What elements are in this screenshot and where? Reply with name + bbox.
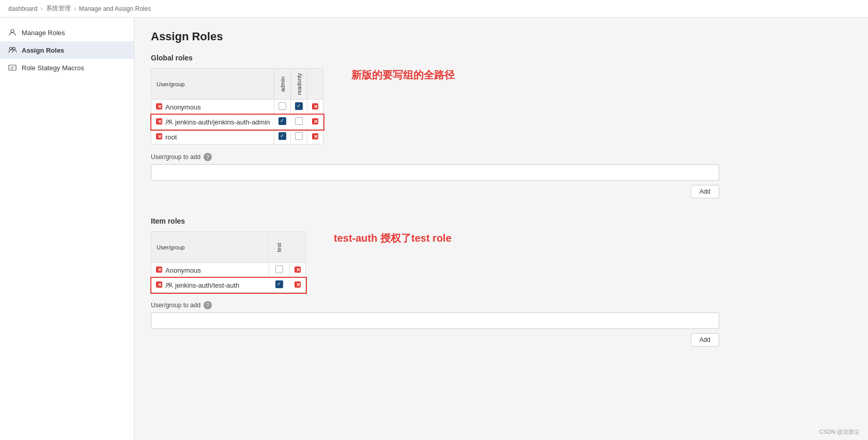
- item-add-user-section: User/group to add ? Add: [151, 301, 851, 347]
- global-roles-table-wrapper: User/group admin readonly: [151, 68, 323, 145]
- item-cell-user-anonymous: ✕ Anonymous: [151, 263, 269, 278]
- global-add-user-section: User/group to add ? Add: [151, 153, 851, 198]
- global-cell-user-root: ✕ root: [151, 130, 274, 145]
- item-add-user-label-row: User/group to add ?: [151, 301, 851, 309]
- global-col-readonly: readonly: [291, 69, 307, 100]
- global-roles-section: Global roles User/group admin readonly: [151, 54, 851, 198]
- svg-text:✕: ✕: [313, 119, 317, 124]
- root-label-global: root: [165, 133, 177, 141]
- item-add-user-label-text: User/group to add: [151, 302, 200, 309]
- svg-point-1: [10, 48, 12, 50]
- delete-icon-jenkins-global-2[interactable]: ✕: [312, 119, 319, 127]
- breadcrumb-item-current: Manage and Assign Roles: [79, 5, 151, 12]
- anonymous-label-item: Anonymous: [165, 266, 201, 274]
- breadcrumb: dashboard › 系统管理 › Manage and Assign Rol…: [0, 0, 868, 18]
- breadcrumb-item-system[interactable]: 系统管理: [46, 4, 71, 13]
- sidebar-label-manage-roles: Manage Roles: [22, 29, 65, 37]
- checkbox-root-admin[interactable]: [278, 132, 286, 140]
- item-roles-section: Item roles User/group test: [151, 217, 851, 347]
- breadcrumb-sep-2: ›: [74, 5, 76, 12]
- svg-point-24: [166, 283, 168, 285]
- checkbox-item-anonymous-test[interactable]: [275, 265, 283, 273]
- macro-icon: [8, 64, 17, 72]
- item-col-test: test: [269, 232, 289, 263]
- item-testauth-test-check[interactable]: [269, 278, 289, 293]
- roles-icon: [8, 28, 17, 37]
- svg-text:✕: ✕: [314, 134, 318, 139]
- svg-text:✕: ✕: [296, 282, 300, 288]
- main-content: Assign Roles Global roles User/group adm…: [134, 18, 868, 440]
- checkbox-item-testauth-test[interactable]: [275, 280, 283, 288]
- global-add-user-label-row: User/group to add ?: [151, 153, 851, 161]
- item-roles-title: Item roles: [151, 217, 851, 225]
- checkbox-jenkins-readonly[interactable]: [295, 117, 303, 125]
- svg-text:✕: ✕: [158, 282, 162, 288]
- delete-icon-anonymous-global-2[interactable]: ✕: [312, 104, 319, 112]
- global-anonymous-readonly-check[interactable]: [291, 100, 307, 115]
- item-roles-table: User/group test ✕: [151, 231, 306, 293]
- checkbox-jenkins-admin[interactable]: [278, 117, 286, 125]
- global-jenkins-admin-check[interactable]: [274, 115, 291, 130]
- global-anonymous-delete[interactable]: ✕: [307, 100, 323, 115]
- breadcrumb-item-dashboard[interactable]: dashboard: [8, 5, 38, 12]
- global-col-user-group: User/group: [151, 69, 274, 100]
- svg-text:✕: ✕: [158, 119, 162, 124]
- svg-point-2: [13, 48, 16, 50]
- global-cell-user-jenkins: ✕: [151, 115, 274, 130]
- global-row-root: ✕ root: [151, 130, 323, 145]
- item-cell-user-testauth: ✕: [151, 278, 269, 293]
- global-col-admin: admin: [274, 69, 291, 100]
- sidebar-item-role-strategy[interactable]: Role Stategy Macros: [0, 59, 134, 76]
- svg-rect-3: [9, 65, 16, 70]
- delete-icon-testauth-item-2[interactable]: ✕: [294, 282, 301, 290]
- item-add-button[interactable]: Add: [691, 333, 719, 347]
- global-row-anonymous: ✕ Anonymous: [151, 100, 323, 115]
- group-icon-jenkins-global: [165, 118, 173, 126]
- svg-text:✕: ✕: [158, 134, 162, 139]
- delete-icon-jenkins-global[interactable]: ✕: [156, 118, 163, 127]
- global-cell-user-anonymous: ✕ Anonymous: [151, 100, 274, 115]
- sidebar: Manage Roles Assign Roles Role Stategy: [0, 18, 134, 440]
- global-root-delete[interactable]: ✕: [307, 130, 323, 145]
- footer-note: CSDN @沈浙尘: [819, 428, 860, 436]
- item-anonymous-delete[interactable]: ✕: [290, 263, 306, 278]
- global-root-readonly-check[interactable]: [291, 130, 307, 145]
- global-help-icon[interactable]: ?: [204, 153, 212, 161]
- svg-text:✕: ✕: [314, 104, 318, 109]
- item-annotation-text: test-auth 授权了test role: [334, 231, 452, 245]
- item-testauth-delete[interactable]: ✕: [290, 278, 306, 293]
- delete-icon-root-global-2[interactable]: ✕: [312, 134, 319, 142]
- global-roles-table: User/group admin readonly: [151, 68, 323, 145]
- svg-point-10: [166, 120, 168, 122]
- item-annotation: test-auth 授权了test role: [318, 231, 452, 245]
- item-row-anonymous: ✕ Anonymous ✕: [151, 263, 306, 278]
- delete-icon-root-global[interactable]: ✕: [156, 133, 163, 142]
- checkbox-anonymous-readonly[interactable]: [295, 102, 303, 110]
- anonymous-label-global: Anonymous: [165, 103, 201, 111]
- global-anonymous-admin-check[interactable]: [274, 100, 291, 115]
- global-jenkins-delete[interactable]: ✕: [307, 115, 323, 130]
- item-help-icon[interactable]: ?: [204, 301, 212, 309]
- delete-icon-testauth-item[interactable]: ✕: [156, 281, 163, 290]
- global-annotation: 新版的要写组的全路径: [336, 68, 455, 82]
- page-title: Assign Roles: [151, 30, 851, 43]
- svg-text:✕: ✕: [296, 267, 300, 273]
- sidebar-item-manage-roles[interactable]: Manage Roles: [0, 24, 134, 41]
- delete-icon-anonymous-global[interactable]: ✕: [156, 103, 163, 112]
- item-add-user-input[interactable]: [151, 312, 719, 329]
- svg-text:✕: ✕: [158, 104, 162, 109]
- global-jenkins-readonly-check[interactable]: [291, 115, 307, 130]
- checkbox-anonymous-admin[interactable]: [278, 102, 286, 110]
- sidebar-item-assign-roles[interactable]: Assign Roles: [0, 41, 134, 59]
- global-root-admin-check[interactable]: [274, 130, 291, 145]
- delete-icon-anonymous-item-2[interactable]: ✕: [294, 267, 301, 275]
- item-anonymous-test-check[interactable]: [269, 263, 289, 278]
- svg-point-0: [11, 29, 14, 33]
- checkbox-root-readonly[interactable]: [295, 132, 303, 140]
- global-add-user-input[interactable]: [151, 164, 719, 181]
- item-row-test-auth: ✕: [151, 278, 306, 293]
- delete-icon-anonymous-item[interactable]: ✕: [156, 266, 163, 275]
- testauth-label: jenkins-auth/test-auth: [175, 281, 239, 289]
- global-add-button[interactable]: Add: [691, 185, 719, 198]
- item-col-user-group: User/group: [151, 232, 269, 263]
